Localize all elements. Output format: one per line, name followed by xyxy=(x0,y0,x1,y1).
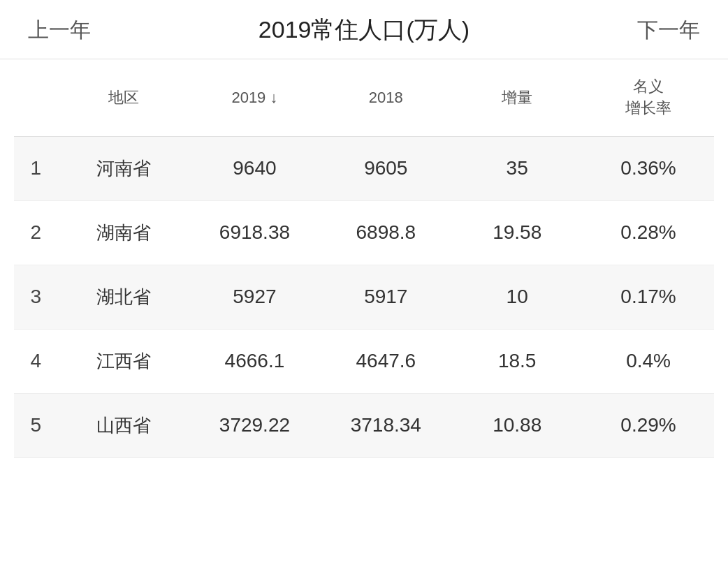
col-increase: 增量 xyxy=(451,59,583,136)
col-growth-rate: 名义 增长率 xyxy=(583,59,714,136)
cell-region: 山西省 xyxy=(58,393,189,457)
next-year-button[interactable]: 下一年 xyxy=(637,16,700,45)
page-header: 上一年 2019常住人口(万人) 下一年 xyxy=(0,0,728,59)
cell-2018: 3718.34 xyxy=(320,393,451,457)
cell-growth-rate: 0.28% xyxy=(583,200,714,265)
cell-increase: 10 xyxy=(451,265,583,329)
cell-region: 湖南省 xyxy=(58,200,189,265)
cell-rank: 4 xyxy=(14,329,58,393)
cell-rank: 3 xyxy=(14,265,58,329)
cell-growth-rate: 0.36% xyxy=(583,136,714,200)
cell-increase: 18.5 xyxy=(451,329,583,393)
table-header-row: 地区 2019 ↓ 2018 增量 名义 增长率 xyxy=(14,59,714,136)
cell-2019: 9640 xyxy=(189,136,321,200)
col-region[interactable]: 地区 xyxy=(58,59,189,136)
cell-2019: 3729.22 xyxy=(189,393,321,457)
prev-year-button[interactable]: 上一年 xyxy=(28,16,91,45)
table-row: 4江西省4666.14647.618.50.4% xyxy=(14,329,714,393)
cell-region: 河南省 xyxy=(58,136,189,200)
page-title: 2019常住人口(万人) xyxy=(91,14,637,46)
cell-2018: 6898.8 xyxy=(320,200,451,265)
cell-2018: 9605 xyxy=(320,136,451,200)
cell-2018: 4647.6 xyxy=(320,329,451,393)
cell-2018: 5917 xyxy=(320,265,451,329)
cell-2019: 5927 xyxy=(189,265,321,329)
cell-increase: 35 xyxy=(451,136,583,200)
col-2018[interactable]: 2018 xyxy=(320,59,451,136)
cell-increase: 10.88 xyxy=(451,393,583,457)
cell-growth-rate: 0.29% xyxy=(583,393,714,457)
table-row: 5山西省3729.223718.3410.880.29% xyxy=(14,393,714,457)
cell-rank: 5 xyxy=(14,393,58,457)
data-table-container: 地区 2019 ↓ 2018 增量 名义 增长率 1河南省96409605350… xyxy=(0,59,728,458)
cell-growth-rate: 0.17% xyxy=(583,265,714,329)
col-2019[interactable]: 2019 ↓ xyxy=(189,59,321,136)
cell-2019: 6918.38 xyxy=(189,200,321,265)
cell-region: 湖北省 xyxy=(58,265,189,329)
cell-increase: 19.58 xyxy=(451,200,583,265)
population-table: 地区 2019 ↓ 2018 增量 名义 增长率 1河南省96409605350… xyxy=(14,59,714,458)
cell-2019: 4666.1 xyxy=(189,329,321,393)
cell-rank: 1 xyxy=(14,136,58,200)
table-row: 2湖南省6918.386898.819.580.28% xyxy=(14,200,714,265)
cell-region: 江西省 xyxy=(58,329,189,393)
table-row: 1河南省96409605350.36% xyxy=(14,136,714,200)
cell-rank: 2 xyxy=(14,200,58,265)
col-rank xyxy=(14,59,58,136)
table-row: 3湖北省59275917100.17% xyxy=(14,265,714,329)
cell-growth-rate: 0.4% xyxy=(583,329,714,393)
